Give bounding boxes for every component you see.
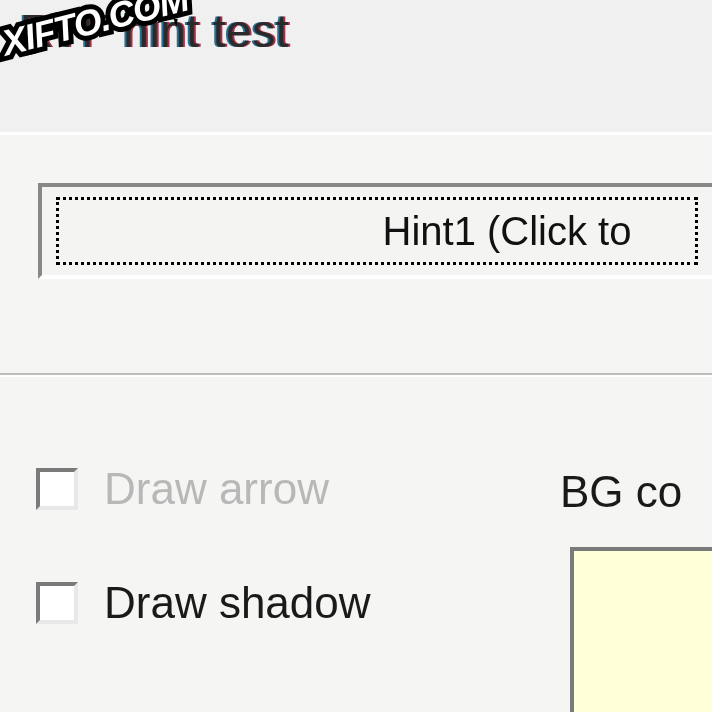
hint1-button-label: Hint1 (Click to xyxy=(56,197,698,265)
main-panel: Hint1 (Click to Draw arrow Draw shadow B… xyxy=(0,132,712,712)
options-group: Draw arrow Draw shadow xyxy=(36,463,371,691)
draw-shadow-row: Draw shadow xyxy=(36,577,371,629)
hint1-button[interactable]: Hint1 (Click to xyxy=(38,183,712,279)
panel-divider xyxy=(0,373,712,377)
draw-arrow-checkbox[interactable] xyxy=(36,468,78,510)
draw-arrow-row: Draw arrow xyxy=(36,463,371,515)
draw-shadow-label: Draw shadow xyxy=(104,578,371,628)
bg-color-swatch[interactable] xyxy=(570,547,712,712)
bg-color-label: BG co xyxy=(560,467,682,517)
draw-arrow-label: Draw arrow xyxy=(104,464,329,514)
draw-shadow-checkbox[interactable] xyxy=(36,582,78,624)
